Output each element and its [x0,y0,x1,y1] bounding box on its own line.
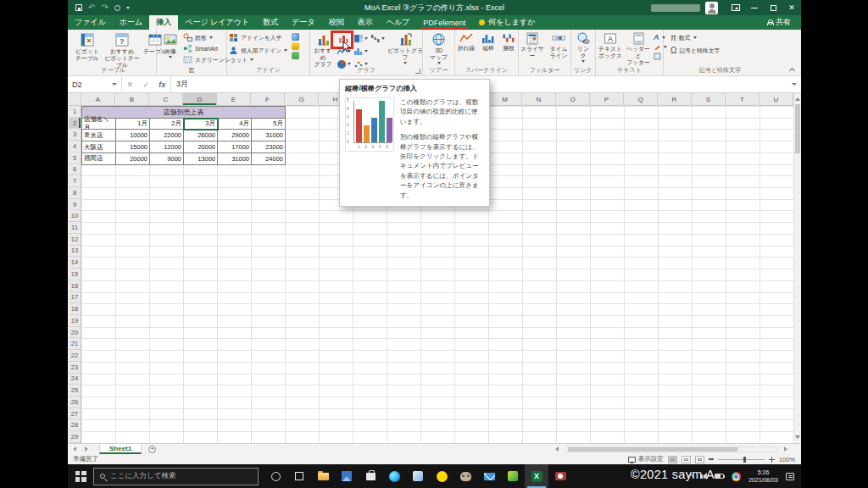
addin-mini-icon-1[interactable] [292,33,299,41]
timeline-button[interactable]: タイム ライン [548,30,570,67]
row-header-15[interactable]: 15 [69,269,81,280]
ribbon-tab-pdfelement[interactable]: PDFelement [416,15,472,30]
row-header-20[interactable]: 20 [69,327,81,339]
column-header-P[interactable]: P [590,93,624,105]
insert-statistic-chart-button[interactable] [352,45,369,58]
taskbar-search-input[interactable]: ここに入力して検索 [93,468,259,485]
row-header-8[interactable]: 8 [69,187,81,199]
taskbar-mail-icon[interactable] [477,464,501,488]
taskbar-store-icon[interactable] [359,464,382,488]
redo-icon[interactable]: ↷ [101,3,108,12]
horizontal-scrollbar[interactable] [551,446,792,452]
header-footer-button[interactable]: ヘッダーと フッター [625,30,652,67]
row-header-16[interactable]: 16 [69,280,81,292]
table-cell[interactable]: 26000 [184,130,218,141]
table-cell[interactable]: 20000 [116,153,150,165]
zoom-out-icon[interactable] [709,458,714,460]
scroll-up-icon[interactable] [795,97,800,101]
sparkline-winloss-button[interactable]: 勝敗 [499,30,518,67]
close-button[interactable]: ✕ [782,0,801,15]
hscroll-left-icon[interactable] [555,446,559,452]
charts-dialog-launcher-icon[interactable] [415,69,420,74]
column-header-R[interactable]: R [658,93,692,105]
link-button[interactable]: リン ク [573,30,593,67]
table-cell[interactable]: 17000 [218,141,252,153]
taskbar-gimp-icon[interactable] [453,464,477,488]
row-header-5[interactable]: 5 [69,152,81,164]
taskbar-photos-icon[interactable] [335,464,359,488]
restore-button[interactable] [764,0,782,15]
my-addins-button[interactable]: 個人用アドイン [229,46,287,55]
row-header-7[interactable]: 7 [69,175,81,187]
row-header-28[interactable]: 28 [69,419,81,431]
row-header-19[interactable]: 19 [69,315,81,327]
taskbar-screen-recorder-icon[interactable] [548,464,572,488]
column-header-B[interactable]: B [115,93,149,105]
column-header-S[interactable]: S [692,93,726,105]
addin-mini-icon-3[interactable] [292,52,299,59]
zoom-level[interactable]: 100% [779,456,795,463]
row-header-4[interactable]: 4 [69,141,81,152]
row-header-22[interactable]: 22 [69,350,81,362]
touch-mode-icon[interactable] [114,5,120,11]
column-header-D[interactable]: D [183,93,217,105]
table-cell[interactable]: 31000 [218,153,252,165]
taskbar-app-green-icon[interactable] [501,464,525,488]
row-header-29[interactable]: 29 [69,431,81,443]
row-header-14[interactable]: 14 [69,257,81,269]
sheet-tab-active[interactable]: Sheet1 [99,444,142,454]
taskbar-file-explorer-icon[interactable] [311,464,335,488]
header-cell[interactable]: 4月 [218,119,252,130]
row-header-1[interactable]: 1 [69,106,81,118]
table-cell[interactable]: 福岡店 [82,153,116,165]
row-header-23[interactable]: 23 [69,362,81,374]
column-header-G[interactable]: G [285,93,319,105]
qat-customize-caret-icon[interactable] [126,7,130,9]
scroll-down-icon[interactable] [795,435,800,439]
row-header-25[interactable]: 25 [69,385,81,396]
taskbar-app-blue-icon[interactable] [406,464,430,488]
table-cell[interactable]: 東京店 [82,130,116,141]
row-header-9[interactable]: 9 [69,199,81,211]
addin-mini-icon-2[interactable] [292,42,299,50]
row-header-13[interactable]: 13 [69,246,81,258]
column-header-M[interactable]: M [488,93,522,105]
view-normal-button[interactable] [668,456,677,463]
new-sheet-button[interactable] [148,446,156,453]
taskbar-app-yellow-icon[interactable] [430,464,453,488]
row-header-12[interactable]: 12 [69,234,81,246]
pivotchart-button[interactable]: ピボットグラフ [387,30,424,67]
column-header-N[interactable]: N [522,93,556,105]
sparkline-column-button[interactable]: 縦棒 [479,30,498,67]
ribbon-tab-file[interactable]: ファイル [68,15,113,30]
ribbon-tab-view[interactable]: 表示 [351,15,380,30]
table-cell[interactable]: 23000 [252,141,286,153]
table-cell[interactable]: 13000 [184,153,218,165]
expand-formula-bar-button[interactable] [787,76,801,92]
taskbar-excel-icon[interactable] [525,464,548,488]
row-header-10[interactable]: 10 [69,210,81,222]
header-cell[interactable]: 5月 [252,119,286,130]
column-header-C[interactable]: C [149,93,183,105]
vertical-scroll-thumb[interactable] [795,104,800,153]
column-header-E[interactable]: E [217,93,251,105]
confirm-entry-icon[interactable]: ✓ [142,80,149,89]
battery-icon[interactable] [715,474,724,479]
hscroll-right-icon[interactable] [784,446,787,452]
signin-name-blurred[interactable] [651,4,700,12]
browser-tray-icon[interactable] [732,472,741,481]
select-all-corner[interactable] [69,93,81,105]
view-page-layout-button[interactable] [682,456,691,463]
view-page-break-button[interactable] [695,456,704,463]
slicer-button[interactable]: スライサー [520,30,545,67]
map-3d-button[interactable]: 3D マップ [426,30,453,67]
equation-button[interactable]: π 数式 [670,33,720,42]
header-cell[interactable]: 店舗名＼月 [82,119,116,130]
column-header-F[interactable]: F [251,93,285,105]
table-cell[interactable]: 22000 [150,130,184,141]
horizontal-scroll-thumb[interactable] [568,447,737,452]
recommended-pivottables-button[interactable]: ? おすすめ ピボットテーブル [103,30,142,67]
save-icon[interactable] [75,4,82,11]
ribbon-tab-formulas[interactable]: 数式 [256,15,285,30]
textbox-button[interactable]: A テキスト ボックス [598,30,623,67]
